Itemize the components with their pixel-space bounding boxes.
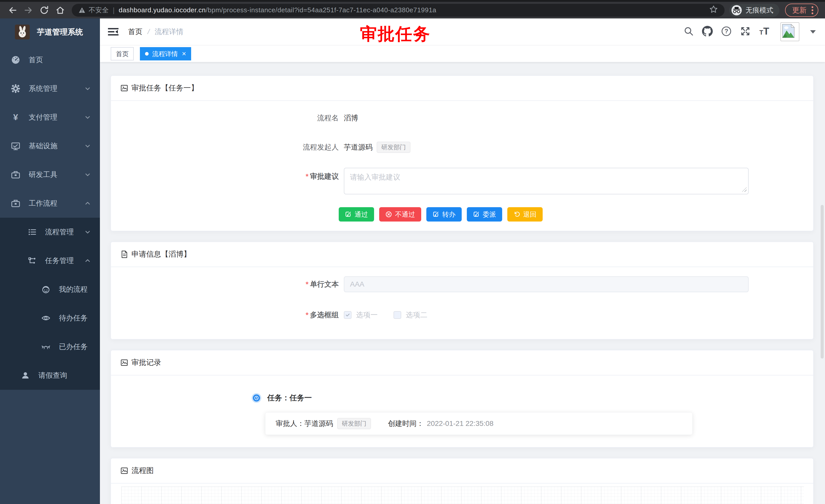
search-icon[interactable] <box>684 26 694 37</box>
sidebar-item-payment[interactable]: ¥ 支付管理 <box>0 103 100 132</box>
sidebar-item-todo-tasks[interactable]: 待办任务 <box>0 304 100 332</box>
sidebar-item-label: 已办任务 <box>59 342 88 352</box>
tab-home[interactable]: 首页 <box>111 47 134 61</box>
transfer-button[interactable]: 转办 <box>426 207 462 222</box>
form-row-initiator: 流程发起人 芋道源码 研发部门 <box>120 139 804 156</box>
sidebar-item-label: 首页 <box>29 55 43 65</box>
sidebar-item-task-mgmt[interactable]: 任务管理 <box>0 246 100 275</box>
picture-icon <box>120 358 128 367</box>
active-tab-dot <box>145 52 149 56</box>
sidebar-item-system[interactable]: 系统管理 <box>0 74 100 103</box>
back-icon[interactable] <box>7 4 18 16</box>
main-area: 首页 / 流程详情 审批任务 ? TT <box>100 18 825 504</box>
tab-close-icon[interactable]: × <box>182 50 186 57</box>
kebab-menu-icon[interactable] <box>811 6 814 15</box>
sidebar-item-my-process[interactable]: 我的流程 <box>0 275 100 304</box>
reload-icon[interactable] <box>39 4 50 16</box>
suggestion-label-text: 审批建议 <box>310 172 339 180</box>
window-frame <box>0 0 825 2</box>
broken-image-icon <box>782 24 795 38</box>
help-icon[interactable]: ? <box>721 26 732 37</box>
logo-row[interactable]: 芋道管理系统 <box>0 18 100 46</box>
required-asterisk: * <box>306 172 308 180</box>
tab-process-detail[interactable]: 流程详情 × <box>140 47 191 61</box>
suggestion-field-wrap <box>344 168 749 194</box>
approval-buttons: 通过 不通过 转办 委派 <box>339 207 804 222</box>
sidebar-item-workflow[interactable]: 工作流程 <box>0 189 100 218</box>
bpmn-canvas[interactable] <box>122 487 804 504</box>
breadcrumb-home[interactable]: 首页 <box>128 27 142 36</box>
delegate-button[interactable]: 委派 <box>467 207 502 222</box>
svg-text:T: T <box>759 29 763 36</box>
screen: 不安全 | dashboard.yudao.iocoder.cn/bpm/pro… <box>0 0 825 504</box>
tab-label: 首页 <box>116 50 129 58</box>
fullscreen-icon[interactable] <box>740 26 751 37</box>
checkbox-group: 选项一 选项二 <box>344 310 427 320</box>
sidebar-item-home[interactable]: 首页 <box>0 46 100 74</box>
red-annotation-text: 审批任务 <box>360 22 431 46</box>
card-header: 审批任务【任务一】 <box>111 76 813 101</box>
single-line-input[interactable] <box>344 276 749 292</box>
page-content: 审批任务【任务一】 流程名 滔博 流程发起人 芋道源码 研发部门 <box>100 62 825 504</box>
sidebar-item-process-mgmt[interactable]: 流程管理 <box>0 218 100 246</box>
font-size-icon[interactable]: TT <box>759 26 770 37</box>
warning-icon <box>78 7 86 14</box>
sidebar-item-devtools[interactable]: 研发工具 <box>0 160 100 189</box>
caret-down-icon[interactable] <box>810 30 816 33</box>
card-title: 审批记录 <box>132 357 161 368</box>
forward-icon[interactable] <box>22 4 34 16</box>
field-label: *单行文本 <box>120 279 339 289</box>
github-icon[interactable] <box>702 26 713 37</box>
card-header: 审批记录 <box>111 350 813 375</box>
url-separator: | <box>113 6 115 14</box>
app-logo <box>15 24 30 39</box>
chevron-down-icon <box>84 229 91 236</box>
sidebar-fold-icon[interactable] <box>107 27 119 37</box>
app-header: 首页 / 流程详情 审批任务 ? TT <box>100 18 825 45</box>
record-card: 审批人： 芋道源码 研发部门 创建时间： 2022-01-21 22:35:08 <box>265 412 692 435</box>
process-name-value: 滔博 <box>344 113 358 123</box>
eye-icon <box>40 314 52 323</box>
initiator-name: 芋道源码 <box>344 142 373 152</box>
browser-toolbar: 不安全 | dashboard.yudao.iocoder.cn/bpm/pro… <box>0 2 825 18</box>
edit-icon <box>433 211 439 218</box>
toolbox-icon <box>10 198 21 208</box>
url-bar[interactable]: 不安全 | dashboard.yudao.iocoder.cn/bpm/pro… <box>72 4 725 17</box>
sidebar-item-infrastructure[interactable]: 基础设施 <box>0 132 100 160</box>
checkbox-option-1[interactable]: 选项一 <box>344 310 378 320</box>
task-title: 任务：任务一 <box>267 393 312 403</box>
sidebar-item-leave-query[interactable]: 请假查询 <box>0 361 100 390</box>
url-path: /bpm/process-instance/detail?id=54aa251f… <box>206 6 436 14</box>
update-button[interactable]: 更新 <box>785 4 818 17</box>
approve-button[interactable]: 通过 <box>339 207 374 222</box>
gear-icon <box>10 84 21 93</box>
page-scrollbar[interactable] <box>821 205 824 358</box>
sidebar-item-label: 基础设施 <box>29 141 57 151</box>
picture-icon <box>120 84 128 92</box>
security-label: 不安全 <box>89 6 108 15</box>
created-time: 2022-01-21 22:35:08 <box>427 419 494 428</box>
picture-icon <box>120 467 128 475</box>
process-diagram-card: 流程图 <box>110 458 814 504</box>
checkbox-option-2[interactable]: 选项二 <box>393 310 427 320</box>
sidebar-item-label: 待办任务 <box>59 313 88 323</box>
tab-label: 流程详情 <box>152 50 178 58</box>
toolbox-icon <box>10 170 21 179</box>
edit-icon <box>345 211 352 218</box>
reject-button[interactable]: 不通过 <box>379 207 421 222</box>
sidebar-item-done-tasks[interactable]: 已办任务 <box>0 332 100 361</box>
eye-closed-icon <box>40 342 52 351</box>
card-header: 流程图 <box>111 458 813 484</box>
button-label: 委派 <box>483 210 496 219</box>
avatar[interactable] <box>780 22 799 41</box>
return-button[interactable]: 退回 <box>507 207 543 222</box>
card-title: 审批任务【任务一】 <box>132 83 198 93</box>
sidebar-item-label: 任务管理 <box>45 256 74 266</box>
incognito-label: 无痕模式 <box>746 6 773 15</box>
home-icon[interactable] <box>54 4 66 16</box>
required-asterisk: * <box>306 280 308 288</box>
suggestion-textarea[interactable] <box>344 168 749 194</box>
list-icon <box>26 228 38 237</box>
undo-icon <box>513 211 520 218</box>
bookmark-star-icon[interactable] <box>709 5 718 15</box>
